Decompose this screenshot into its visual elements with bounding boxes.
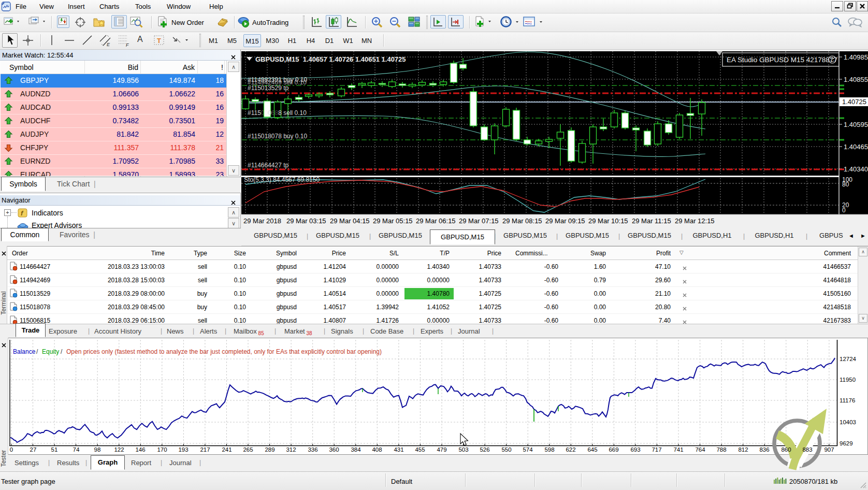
svg-text:#114664427 tp: #114664427 tp <box>248 162 289 169</box>
svg-text:1.40985: 1.40985 <box>844 53 868 61</box>
svg-text:GBPUSD,M15 1.40657 1.40726 1.: GBPUSD,M15 1.40657 1.40726 1.40651 1.407… <box>255 55 406 63</box>
svg-text:100: 100 <box>842 176 852 183</box>
svg-text:E: E <box>107 42 110 47</box>
svg-text:1.40855: 1.40855 <box>844 76 868 83</box>
svg-text:0: 0 <box>842 207 846 214</box>
svg-text:#114942469 sell 0.10: #114942469 sell 0.10 <box>248 79 307 86</box>
svg-text:1.40595: 1.40595 <box>844 121 868 128</box>
svg-text:T: T <box>157 37 161 45</box>
svg-text:#115000688 sell 0.10: #115000688 sell 0.10 <box>248 109 307 117</box>
svg-text:#115018078 buy 0.10: #115018078 buy 0.10 <box>248 133 308 140</box>
svg-text:EA Studio GBPUSD M15 42178877: EA Studio GBPUSD M15 42178877 <box>727 56 837 64</box>
svg-text:#115013529 tp: #115013529 tp <box>248 84 289 92</box>
svg-text:1.40465: 1.40465 <box>844 143 868 151</box>
svg-text:20: 20 <box>842 201 849 209</box>
svg-text:80: 80 <box>842 181 849 188</box>
svg-text:1.40340: 1.40340 <box>844 165 868 173</box>
svg-text:#114982391 buy 0.10: #114982391 buy 0.10 <box>248 76 308 83</box>
svg-text:F: F <box>126 42 129 48</box>
svg-text:1.40725: 1.40725 <box>842 98 866 106</box>
svg-text:Sto(5,3,3) 84.4567 69.8150: Sto(5,3,3) 84.4567 69.8150 <box>244 176 320 183</box>
